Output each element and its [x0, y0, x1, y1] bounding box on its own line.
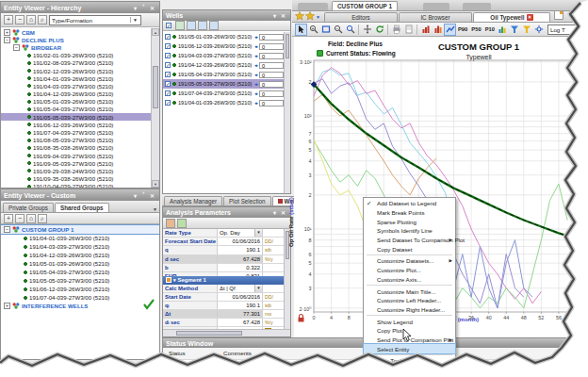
parameter-value[interactable]: 67.428 — [218, 255, 263, 263]
spin-arrows-icon[interactable]: ◂▸ — [254, 34, 257, 40]
pin-icon[interactable]: ꜛ — [139, 5, 148, 10]
spin-arrows-icon[interactable]: ◂▸ — [254, 100, 257, 106]
inactive-document-tab[interactable] — [463, 3, 491, 10]
tree-well-item[interactable]: 191/04-12-039-26W3/00 (5210) — [1, 251, 159, 259]
tab-plot-selection[interactable]: Plot Selection — [223, 196, 271, 205]
chevron-down-icon[interactable]: ▼ — [316, 14, 320, 20]
chevron-down-icon[interactable]: ▾ — [173, 277, 176, 283]
wells-chart-icon[interactable] — [187, 21, 196, 30]
scroll-thumb[interactable] — [286, 34, 289, 58]
tree-well-item[interactable]: 191/06-12-039-26W3/00 (5210) — [1, 285, 159, 293]
tree-well-item[interactable]: 191/02-08-039-27W3/00 (5210) — [1, 59, 151, 67]
tree-well-item[interactable]: 191/09-29-038-24W3/00 (5210) — [1, 167, 151, 174]
well-checkbox[interactable]: ✓ — [165, 81, 171, 87]
well-checkbox[interactable]: ✓ — [165, 43, 171, 49]
filter-up-icon[interactable] — [509, 24, 521, 36]
menu-item-customize-main-title[interactable]: Customize Main Title... — [364, 287, 455, 296]
well-value-input[interactable]: 0 — [259, 81, 284, 88]
tree-group-decline-plus[interactable]: −DECLINE PLUS — [1, 36, 151, 43]
menu-item-customize-datasets[interactable]: Customize Datasets...▶ — [364, 256, 455, 266]
favorite-star-icon[interactable] — [295, 11, 304, 21]
well-value-input[interactable]: 0 — [259, 72, 284, 78]
well-checkbox[interactable]: ✓ — [165, 62, 171, 68]
percentile-toggle-p90[interactable]: P90 — [458, 26, 467, 32]
wells-row[interactable]: ✓191/05-05-039-27W3/00 (5210)◂▸0 — [163, 79, 284, 89]
parameter-value[interactable]: Op. Day▼ — [218, 229, 263, 237]
status-column-header[interactable]: Status — [169, 350, 186, 356]
well-value-input[interactable]: 0 — [259, 43, 284, 50]
parameter-row[interactable]: b0.322 — [163, 264, 285, 272]
scroll-down-icon[interactable]: ▼ — [152, 180, 159, 188]
pin-icon[interactable]: ꜛ — [139, 192, 148, 198]
tree-well-item[interactable]: 191/04-03-039-27W3/00 (5210) — [1, 242, 159, 251]
wells-scrollbar[interactable] — [284, 32, 290, 193]
collapse-icon[interactable]: − — [13, 44, 20, 51]
scroll-thumb[interactable] — [153, 66, 158, 108]
wells-map-icon[interactable] — [198, 21, 207, 30]
menu-item-sparse-plotting[interactable]: Sparse Plotting — [364, 217, 455, 226]
tree-well-item[interactable]: 191/05-04-039-27W3/00 (5210) — [1, 268, 159, 276]
tab-editors[interactable]: Editors — [324, 12, 398, 22]
wells-row[interactable]: ✓191/04-01-039-26W3/00 (5210)◂▸0 — [163, 98, 284, 107]
menu-item-symbols-identify-line[interactable]: Symbols Identify Line — [364, 226, 455, 236]
chart-blue-icon[interactable] — [444, 24, 456, 36]
hierarchy-scrollbar[interactable]: ▲ ▼ — [151, 28, 159, 188]
percentile-toggle-p50[interactable]: P50 — [471, 26, 481, 32]
collapse-icon[interactable]: − — [4, 226, 10, 233]
percentile-toggle-p10[interactable]: P10 — [485, 26, 495, 32]
wells-row[interactable]: ✓191/04-03-039-27W3/00 (5210)◂▸0 — [163, 51, 284, 60]
parameter-row[interactable]: Calc MethodΔt | Qf▼ — [163, 285, 285, 293]
inactive-document-tab[interactable] — [423, 3, 449, 10]
well-value-input[interactable]: 0 — [259, 53, 284, 59]
wells-row[interactable]: ✓191/06-12-039-26W3/00 (5210)◂▸0 — [163, 41, 284, 51]
wells-row[interactable]: ✓191/05-01-039-26W3/00 (5210)◂▸0 — [163, 32, 284, 41]
parameter-value[interactable]: 67.428 — [218, 319, 263, 326]
well-value-input[interactable]: 0 — [259, 62, 284, 69]
spin-arrows-icon[interactable]: ◂▸ — [254, 62, 257, 68]
parameter-row[interactable]: qᵢ190.1stb — [163, 302, 285, 310]
chevron-down-icon[interactable]: ▼ — [254, 229, 262, 237]
well-checkbox[interactable]: ✓ — [165, 53, 171, 58]
close-icon[interactable]: ✕ — [279, 209, 287, 216]
report-red2-icon[interactable] — [432, 24, 444, 36]
type-formation-combo[interactable]: Type/Formation ▼ — [49, 15, 141, 25]
tree-well-item[interactable]: 191/05-04-039-27W3/00 (5210) — [1, 106, 151, 113]
tree-well-item[interactable]: 191/09-05-039-27W3/00 (5210) — [1, 159, 151, 167]
chevron-down-icon[interactable]: ▼ — [254, 285, 262, 292]
well-checkbox[interactable]: ✓ — [165, 100, 171, 106]
segment-header[interactable]: ▾ Segment 1 — [163, 276, 287, 285]
tree-group-birdbear[interactable]: −BIRDBEAR — [1, 43, 151, 51]
filter-down-icon[interactable] — [521, 24, 533, 36]
menu-item-send-dataset-to-comparison-plot[interactable]: Send Dataset To Comparison Plot▶ — [364, 236, 455, 245]
chevron-down-icon[interactable]: ▼ — [153, 206, 157, 212]
inactive-document-tab[interactable] — [298, 3, 328, 10]
scroll-thumb[interactable] — [176, 331, 242, 336]
parameter-row[interactable]: q190.1stb — [163, 246, 285, 254]
tree-well-item[interactable]: 191/09-35-038-26W3/00 (5210) — [1, 175, 151, 183]
zoom-extents-icon[interactable] — [344, 24, 356, 36]
scale-combo[interactable]: Log T▼ — [547, 25, 588, 35]
search-icon[interactable]: ⌕ — [38, 214, 47, 223]
well-checkbox[interactable]: ✓ — [165, 90, 171, 96]
report-red-icon[interactable] — [419, 24, 432, 36]
well-value-input[interactable]: 0 — [259, 34, 284, 41]
spin-arrows-icon[interactable]: ◂▸ — [254, 81, 257, 87]
menu-item-customize-left-header[interactable]: Customize Left Header... — [364, 296, 455, 305]
collapse-icon[interactable]: − — [4, 37, 10, 43]
add-button[interactable]: + — [4, 214, 13, 223]
well-checkbox[interactable]: ✓ — [165, 34, 171, 40]
spin-arrows-icon[interactable]: ◂▸ — [254, 72, 257, 77]
print-preview-icon[interactable] — [402, 24, 415, 36]
tree-well-item[interactable]: 191/07-04-039-27W3/00 (5210) — [1, 128, 151, 136]
wells-grid-icon[interactable] — [175, 21, 185, 30]
tree-well-item[interactable]: 191/05-05-039-27W3/00 (5210) — [1, 276, 159, 285]
tree-well-item[interactable]: 191/04-01-039-26W3/00 (5210) — [1, 74, 151, 82]
search-icon[interactable]: ⌕ — [38, 15, 47, 25]
zoom-in-icon[interactable]: + — [307, 24, 319, 36]
chevron-down-icon[interactable]: ▾ — [131, 5, 139, 11]
parameter-value[interactable]: 01/06/2016 — [218, 238, 263, 245]
tab-ic-browser[interactable]: IC Browser — [399, 12, 472, 22]
close-icon[interactable]: ✕ — [148, 192, 156, 199]
parameter-value[interactable]: 0.322 — [218, 264, 263, 271]
close-icon[interactable]: ✕ — [279, 12, 287, 19]
